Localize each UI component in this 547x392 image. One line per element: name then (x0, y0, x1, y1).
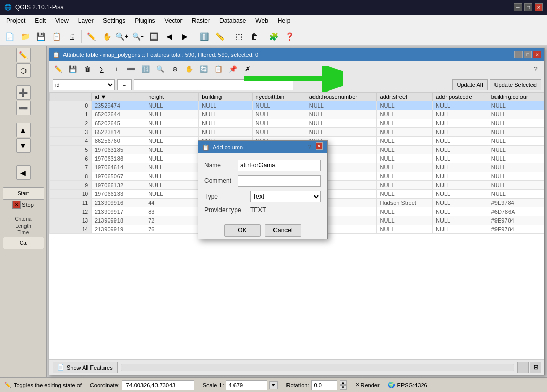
edit-state-item: ✏️ Toggles the editing state of (4, 382, 82, 388)
menu-database[interactable]: Database (215, 16, 250, 25)
name-input[interactable] (238, 160, 321, 171)
edit-toggle-button[interactable]: ✏️ (51, 62, 65, 76)
invert-sel-button[interactable]: 🔄 (197, 62, 211, 76)
menu-help[interactable]: Help (274, 16, 295, 25)
attr-close-button[interactable]: ✕ (533, 51, 541, 58)
attr-help-button[interactable]: ? (529, 62, 542, 76)
menu-raster[interactable]: Raster (188, 16, 214, 25)
expression-button[interactable]: ∑ (95, 62, 109, 76)
add-column-dialog[interactable]: 📋 Add column ? ✕ Name Comment Type Text (198, 140, 328, 239)
save-edits-button[interactable]: 💾 (66, 62, 80, 76)
menu-view[interactable]: View (51, 16, 73, 25)
cell-postcode: NULL (433, 154, 488, 163)
new-column-button[interactable]: + (110, 62, 123, 76)
attr-maximize-button[interactable]: □ (524, 51, 532, 58)
table-row[interactable]: 165202644NULLNULLNULLNULLNULLNULLNULL (50, 110, 544, 119)
modal-close-button[interactable]: ✕ (316, 142, 323, 150)
remove-layer-btn[interactable]: ➖ (16, 101, 31, 115)
delete-column-button[interactable]: ➖ (124, 62, 138, 76)
stop-icon-btn[interactable]: ✕ (12, 201, 21, 209)
zoom-map-button[interactable]: 🔍 (153, 62, 167, 76)
deselect-button[interactable]: 🗑 (247, 29, 262, 44)
collapse-btn[interactable]: ◀ (16, 165, 31, 180)
expression-input[interactable] (134, 79, 293, 90)
pan-button[interactable]: ✋ (99, 29, 114, 44)
show-all-features-button[interactable]: 📄 Show All Features (53, 362, 118, 373)
col-id[interactable]: id ▼ (92, 93, 145, 101)
type-select[interactable]: Text Integer Decimal Date (250, 191, 321, 202)
pan-map-button[interactable]: ✋ (183, 62, 196, 76)
col-bin[interactable]: nycdoitt:bin (252, 93, 306, 101)
col-building[interactable]: building (199, 93, 252, 101)
scale-input[interactable] (226, 380, 267, 390)
print-button[interactable]: 🖨 (64, 29, 79, 44)
menu-edit[interactable]: Edit (31, 16, 50, 25)
cell-colour: NULL (488, 110, 544, 119)
update-selected-button[interactable]: Update Selected (490, 79, 541, 90)
edit-button[interactable]: ✏️ (84, 29, 98, 44)
deselect-all-button[interactable]: ✗ (241, 62, 254, 76)
delete-selected-button[interactable]: 🗑 (81, 62, 94, 76)
rotation-down-button[interactable]: ▼ (340, 385, 347, 390)
table-row[interactable]: 265202645NULLNULLNULLNULLNULLNULLNULL (50, 119, 544, 128)
close-button[interactable]: ✕ (535, 3, 543, 11)
edit-mode-button[interactable]: ✏️ (16, 48, 31, 62)
zoom-prev-button[interactable]: ◀ (162, 29, 176, 44)
open-field-calc-button[interactable]: 🔢 (139, 62, 152, 76)
col-postcode[interactable]: addr:postcode (433, 93, 488, 101)
arrow-down-btn[interactable]: ▼ (16, 138, 31, 153)
copy-sel-button[interactable]: 📋 (212, 62, 225, 76)
menu-settings[interactable]: Settings (99, 16, 129, 25)
paste-button[interactable]: 📌 (226, 62, 240, 76)
start-button[interactable]: Start (3, 187, 44, 200)
table-row[interactable]: 023529474NULLNULLNULLNULLNULLNULLNULL (50, 101, 544, 110)
save-as-button[interactable]: 📋 (49, 29, 63, 44)
new-project-button[interactable]: 📄 (2, 29, 17, 44)
menu-plugins[interactable]: Plugins (131, 16, 159, 25)
coordinate-input[interactable] (122, 380, 194, 390)
ca-button[interactable]: Ca (3, 237, 44, 249)
form-view-button[interactable]: ⊞ (530, 362, 541, 373)
save-button[interactable]: 💾 (33, 29, 48, 44)
layer-btn[interactable]: ⬡ (16, 63, 31, 78)
zoom-in-button[interactable]: 🔍+ (115, 29, 129, 44)
open-button[interactable]: 📁 (18, 29, 32, 44)
table-row[interactable]: 365223814NULLNULLNULLNULLNULLNULLNULL (50, 128, 544, 137)
field-select[interactable]: id (53, 79, 115, 90)
rotation-up-button[interactable]: ▲ (340, 380, 347, 385)
zoom-extent-button[interactable]: 🔲 (146, 29, 161, 44)
cancel-button[interactable]: Cancel (265, 224, 301, 237)
col-colour[interactable]: building:colour (488, 93, 544, 101)
col-height[interactable]: height (145, 93, 199, 101)
col-housenumber[interactable]: addr:housenumber (306, 93, 376, 101)
identify-button[interactable]: ℹ️ (197, 29, 211, 44)
menu-web[interactable]: Web (251, 16, 272, 25)
col-street[interactable]: addr:street (376, 93, 432, 101)
horizontal-scrollbar[interactable] (121, 364, 514, 371)
select-button[interactable]: ⬚ (231, 29, 246, 44)
menu-layer[interactable]: Layer (74, 16, 98, 25)
arrow-up-btn[interactable]: ▲ (16, 123, 31, 137)
menu-project[interactable]: Project (2, 16, 30, 25)
menu-vector[interactable]: Vector (161, 16, 187, 25)
add-layer-btn[interactable]: ➕ (16, 85, 31, 100)
ok-button[interactable]: OK (224, 224, 261, 237)
measure-button[interactable]: 📏 (212, 29, 227, 44)
comment-input[interactable] (238, 175, 321, 187)
cell-street: Hudson Street (376, 199, 432, 207)
equals-button[interactable]: = (117, 79, 132, 90)
rotation-input[interactable] (311, 380, 337, 390)
scale-dropdown-button[interactable]: ▾ (269, 381, 278, 389)
minimize-button[interactable]: ─ (514, 3, 522, 11)
zoom-out-button[interactable]: 🔍- (131, 29, 145, 44)
zoom-next-button[interactable]: ▶ (177, 29, 192, 44)
zoom-layer-button[interactable]: ⊕ (168, 62, 181, 76)
cell-colour: #9E9784 (488, 216, 544, 225)
help-button[interactable]: ❓ (282, 29, 296, 44)
attr-minimize-button[interactable]: ─ (514, 51, 523, 58)
modal-help-button[interactable]: ? (305, 142, 315, 152)
plugins-button[interactable]: 🧩 (266, 29, 281, 44)
maximize-button[interactable]: □ (524, 3, 532, 11)
table-view-button[interactable]: ≡ (517, 362, 529, 373)
update-all-button[interactable]: Update All (452, 79, 488, 90)
